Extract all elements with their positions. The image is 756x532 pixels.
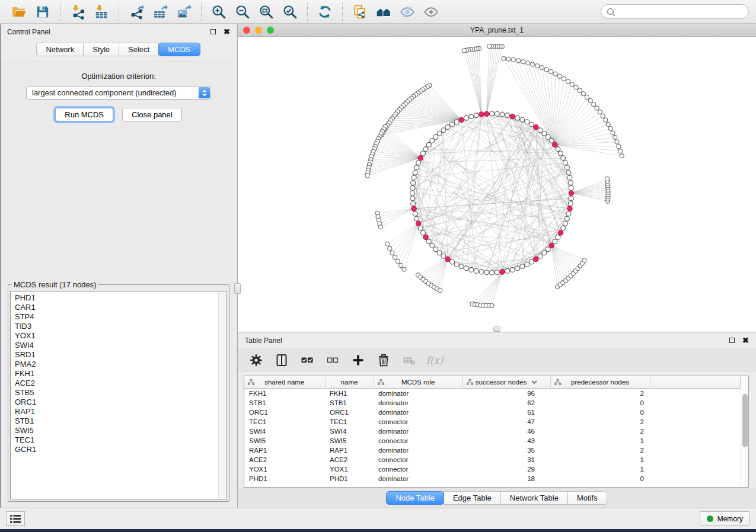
cell[interactable]: ORC1 [244,408,325,417]
cell[interactable]: 2 [550,446,650,455]
table-row[interactable]: SWI4SWI4dominator462 [244,427,741,436]
cell[interactable]: SWI4 [244,427,325,436]
mcds-result-item[interactable]: TEC1 [15,435,218,445]
cell[interactable]: 35 [462,446,550,455]
mcds-result-item[interactable]: GCR1 [15,445,218,454]
cell[interactable]: 18 [462,474,550,483]
table-row[interactable]: YOX1YOX1connector291 [244,464,741,474]
cell[interactable]: YOX1 [325,464,374,474]
cell[interactable]: STB1 [244,398,325,408]
cell[interactable]: 2 [550,417,650,427]
cell[interactable]: dominator [374,398,462,408]
cell[interactable]: TEC1 [325,417,374,427]
column-header-predecessor-nodes[interactable]: predecessor nodes [550,376,650,389]
cell[interactable]: dominator [374,474,462,483]
cell[interactable]: STB1 [325,398,374,408]
tab-edge-table[interactable]: Edge Table [444,491,501,505]
search-input[interactable] [618,8,743,16]
mcds-result-list[interactable]: PHD1CAR1STP4TID3YOX1SWI4SRD1PMA2FKH1ACE2… [10,291,227,499]
table-row[interactable]: RAP1RAP1dominator352 [244,446,741,455]
table-row[interactable]: ACE2ACE2connector311 [244,455,741,464]
list-menu-button[interactable] [6,511,25,526]
cell[interactable]: 29 [462,464,550,474]
select-all-button[interactable] [299,352,315,368]
cell[interactable]: 0 [550,398,650,408]
cell[interactable]: connector [374,436,462,446]
cell[interactable]: TEC1 [244,417,325,427]
cell[interactable]: dominator [374,389,462,399]
zoom-selected-button[interactable] [278,2,302,22]
mcds-result-item[interactable]: PMA2 [15,360,218,369]
cell[interactable]: 46 [462,427,550,436]
select-stepper-icon[interactable] [199,87,210,98]
cell[interactable]: 43 [462,436,550,446]
import-table-button[interactable] [90,2,113,22]
mcds-result-item[interactable]: STB1 [15,416,218,426]
mcds-result-item[interactable]: FKH1 [15,369,218,379]
vertical-splitter-handle[interactable] [234,283,241,294]
export-table-button[interactable] [148,2,172,22]
cell[interactable]: 2 [550,427,650,436]
duplicate-network-button[interactable] [348,2,372,22]
result-scrollbar-track[interactable] [218,292,226,498]
mcds-result-item[interactable]: STB5 [15,388,218,398]
column-header-successor-nodes[interactable]: successor nodes [462,376,550,389]
cell[interactable]: 96 [462,389,550,399]
gear-button[interactable] [248,352,264,368]
import-network-button[interactable] [66,2,90,22]
neighborhood-houses-button[interactable] [372,2,395,22]
cell[interactable]: RAP1 [244,446,325,455]
table-scrollbar-thumb[interactable] [742,394,748,447]
cell[interactable]: SWI5 [325,436,374,446]
save-session-button[interactable] [31,2,55,22]
table-row[interactable]: FKH1FKH1dominator962 [244,389,741,399]
tab-network[interactable]: Network [36,43,84,56]
mcds-result-item[interactable]: SRD1 [15,350,218,360]
tab-select[interactable]: Select [119,43,159,56]
cell[interactable]: 31 [462,455,550,464]
cell[interactable]: connector [374,417,462,427]
tab-network-table[interactable]: Network Table [500,491,568,505]
memory-button[interactable]: Memory [700,511,750,526]
maximize-window-icon[interactable] [267,27,274,34]
table-row[interactable]: PHD1PHD1dominator180 [244,474,741,483]
trash-button[interactable] [376,352,391,368]
cell[interactable]: SWI5 [244,436,325,446]
cell[interactable]: 62 [462,398,550,408]
close-panel-icon[interactable]: ✖ [224,28,230,36]
cell[interactable]: PHD1 [325,474,374,483]
cell[interactable]: YOX1 [244,464,325,474]
table-row[interactable]: STB1STB1dominator620 [244,398,741,408]
optimization-criterion-select[interactable]: largest connected component (undirected) [26,86,211,100]
export-network-button[interactable] [125,2,148,22]
add-row-button[interactable] [350,352,366,368]
cell[interactable]: ACE2 [244,455,325,464]
column-layout-button[interactable] [274,352,289,368]
mcds-result-item[interactable]: PHD1 [15,293,218,303]
tab-motifs[interactable]: Motifs [567,491,607,505]
mcds-result-item[interactable]: ORC1 [15,398,218,407]
cell[interactable]: RAP1 [325,446,374,455]
cell[interactable]: 61 [462,408,550,417]
zoom-fit-button[interactable] [254,2,278,22]
cell[interactable]: PHD1 [244,474,325,483]
mcds-result-item[interactable]: ACE2 [15,379,218,388]
mcds-result-item[interactable]: SWI4 [15,341,218,350]
column-header-MCDS-role[interactable]: MCDS role [374,376,462,389]
cell[interactable]: 1 [550,464,650,474]
cell[interactable]: 0 [550,474,650,483]
float-table-panel-icon[interactable] [729,338,735,343]
cell[interactable]: connector [374,464,462,474]
tab-mcds[interactable]: MCDS [158,43,200,56]
zoom-in-button[interactable] [207,2,231,22]
refresh-button[interactable] [313,2,337,22]
mcds-result-item[interactable]: TID3 [15,322,218,331]
show-eye-button[interactable] [419,2,443,22]
mcds-result-item[interactable]: YOX1 [15,331,218,341]
run-mcds-button[interactable]: Run MCDS [55,108,113,121]
network-graph[interactable] [238,37,756,332]
cell[interactable]: 2 [550,389,650,399]
search-box[interactable] [601,4,749,19]
close-window-icon[interactable] [243,27,250,34]
network-canvas[interactable] [238,37,756,332]
